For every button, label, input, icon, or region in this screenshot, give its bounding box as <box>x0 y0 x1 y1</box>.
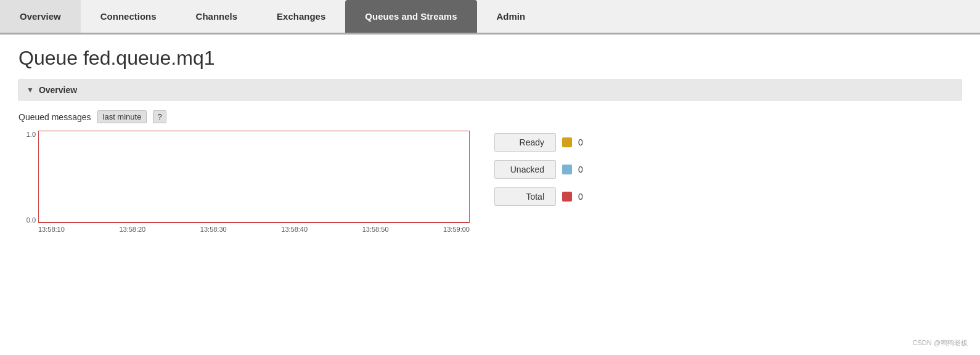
stat-label-unacked[interactable]: Unacked <box>494 160 556 179</box>
tab-exchanges[interactable]: Exchanges <box>257 0 345 33</box>
queued-messages-row: Queued messages last minute ? <box>18 110 962 123</box>
stat-row-unacked: Unacked 0 <box>494 160 583 179</box>
stat-value-unacked: 0 <box>578 165 583 174</box>
chart-wrapper: 1.0 0.0 13:58:10 13:58:20 13:58:30 <box>18 131 470 239</box>
x-label-2: 13:58:30 <box>200 226 227 233</box>
time-range-badge[interactable]: last minute <box>97 110 147 123</box>
stat-value-total: 0 <box>578 192 583 202</box>
navigation: Overview Connections Channels Exchanges … <box>0 0 980 35</box>
section-header-label: Overview <box>39 85 77 95</box>
stat-label-total[interactable]: Total <box>494 187 556 206</box>
tab-connections[interactable]: Connections <box>81 0 176 33</box>
stat-row-ready: Ready 0 <box>494 133 583 152</box>
x-label-0: 13:58:10 <box>38 226 65 233</box>
section-arrow-icon: ▼ <box>27 86 34 94</box>
tab-admin[interactable]: Admin <box>477 0 545 33</box>
chart-area: 13:58:10 13:58:20 13:58:30 13:58:40 13:5… <box>38 131 470 233</box>
x-label-5: 13:59:00 <box>443 226 470 233</box>
stat-color-unacked <box>562 165 572 174</box>
x-label-1: 13:58:20 <box>119 226 145 233</box>
queued-messages-label: Queued messages <box>18 112 91 122</box>
x-label-3: 13:58:40 <box>281 226 308 233</box>
x-label-4: 13:58:50 <box>362 226 389 233</box>
stats-container: Ready 0 Unacked 0 Total 0 <box>494 131 583 206</box>
stat-label-ready[interactable]: Ready <box>494 133 556 152</box>
stat-row-total: Total 0 <box>494 187 583 206</box>
y-label-bottom: 0.0 <box>27 216 36 224</box>
help-badge[interactable]: ? <box>153 110 166 123</box>
y-label-top: 1.0 <box>27 131 36 138</box>
page-content: Queue fed.queue.mq1 ▼ Overview Queued me… <box>0 35 980 251</box>
chart-svg <box>38 131 470 223</box>
page-title: Queue fed.queue.mq1 <box>18 47 962 70</box>
stat-color-ready <box>562 137 572 147</box>
overview-section-header[interactable]: ▼ Overview <box>18 80 962 100</box>
tab-queues-streams[interactable]: Queues and Streams <box>345 0 476 33</box>
stat-color-total <box>562 192 572 202</box>
y-axis-labels: 1.0 0.0 <box>18 131 36 239</box>
tab-overview[interactable]: Overview <box>0 0 81 33</box>
x-axis-labels: 13:58:10 13:58:20 13:58:30 13:58:40 13:5… <box>38 226 470 233</box>
stat-value-ready: 0 <box>578 137 583 147</box>
tab-channels[interactable]: Channels <box>176 0 258 33</box>
chart-container: 1.0 0.0 13:58:10 13:58:20 13:58:30 <box>18 131 962 239</box>
